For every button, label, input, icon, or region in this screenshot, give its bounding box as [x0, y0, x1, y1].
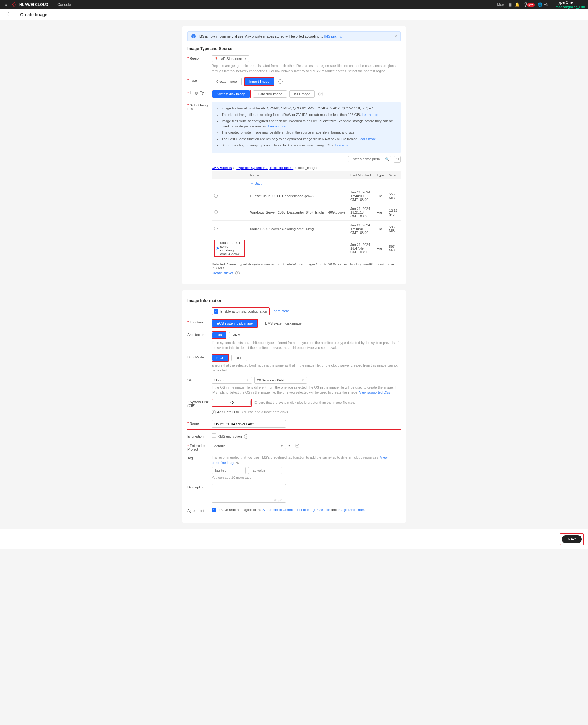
refresh-button[interactable]: ⟲ — [394, 156, 401, 163]
learn-more-link[interactable]: Learn more — [362, 113, 379, 117]
console-link[interactable]: Console — [57, 2, 71, 7]
more-link[interactable]: More — [497, 2, 505, 7]
select-file-label: Select Image File — [187, 102, 212, 111]
name-input[interactable] — [212, 420, 286, 428]
radio-button[interactable] — [214, 210, 218, 214]
kms-encryption-checkbox[interactable] — [212, 433, 216, 438]
commitment-link[interactable]: Statement of Commitment to Image Creatio… — [262, 508, 330, 511]
auto-config-checkbox[interactable]: ✓ — [214, 309, 218, 314]
import-image-button[interactable]: Import Image — [245, 78, 274, 85]
close-icon[interactable]: ✕ — [394, 35, 397, 38]
bms-system-disk-button[interactable]: BMS system disk image — [260, 320, 306, 327]
footer: Next — [0, 529, 588, 549]
agreement-label: Agreement — [187, 508, 212, 512]
ims-pricing-link[interactable]: IMS pricing. — [324, 35, 342, 38]
function-label: Function — [187, 319, 212, 324]
chevron-down-icon: ▼ — [280, 444, 283, 447]
refresh-icon[interactable]: ⟲ — [236, 461, 239, 464]
info-icon: i — [191, 34, 196, 38]
selected-file-summary: Selected: Name: hyperbdr-system-image-do… — [212, 262, 401, 270]
help-icon[interactable]: ? — [278, 79, 282, 84]
ecs-system-disk-button[interactable]: ECS system disk image — [212, 320, 257, 327]
uefi-button[interactable]: UEFI — [231, 355, 247, 361]
increment-button[interactable]: + — [244, 400, 250, 405]
breadcrumb: OBS Buckets› hyperbdr-system-image-do-no… — [212, 166, 401, 169]
system-disk-image-button[interactable]: System disk image — [212, 90, 250, 98]
radio-button[interactable] — [214, 227, 218, 230]
menu-icon[interactable]: ≡ — [3, 2, 9, 7]
tag-value-input[interactable] — [248, 467, 282, 474]
create-bucket-link[interactable]: Create Bucket — [212, 271, 233, 275]
os-version-select[interactable]: 20.04 server 64bit▼ — [254, 377, 307, 384]
search-icon[interactable]: 🔍 — [385, 157, 390, 161]
system-disk-input[interactable] — [220, 400, 244, 405]
back-icon[interactable]: 〈 — [5, 12, 9, 17]
help-icon[interactable]: ? — [235, 271, 240, 275]
main-form: i IMS is now in commercial use. Any priv… — [183, 26, 405, 284]
section-title-image-info: Image Information — [187, 298, 401, 303]
page-header: 〈 | Create Image — [0, 9, 588, 20]
enterprise-project-select[interactable]: default▼ — [212, 443, 286, 449]
tag-key-input[interactable] — [212, 467, 246, 474]
table-row[interactable]: ubuntu-20.04-server-cloudimg-amd64.imgJu… — [212, 220, 401, 237]
encryption-label: Encryption — [187, 433, 212, 438]
file-table: Name Last Modified Type Size ← Back Huaw… — [212, 172, 401, 260]
search-input[interactable] — [348, 156, 391, 162]
help-icon[interactable]: ? — [244, 435, 249, 439]
help-icon[interactable]: ❔new — [524, 2, 535, 7]
region-select[interactable]: 📍AP-Singapore▼ — [212, 55, 249, 62]
image-type-label: Image Type — [187, 89, 212, 95]
system-disk-stepper[interactable]: −+ — [213, 400, 251, 405]
page-title: Create Image — [20, 12, 47, 17]
image-info-form: Image Information ✓Enable automatic conf… — [183, 290, 405, 523]
table-row[interactable]: Windows_Server_2016_Datacenter_64bit_Eng… — [212, 204, 401, 220]
brand-name: HUAWEI CLOUD — [19, 2, 48, 7]
learn-more-link[interactable]: Learn more — [358, 137, 376, 141]
type-label: Type — [187, 77, 212, 82]
add-data-disk-button[interactable]: +Add Data Disk — [212, 410, 239, 414]
iso-image-button[interactable]: ISO image — [289, 90, 315, 98]
system-disk-label: System Disk (GiB) — [187, 399, 212, 407]
learn-more-link[interactable]: Learn more — [272, 309, 289, 313]
view-supported-os-link[interactable]: View supported OSs — [359, 390, 390, 394]
bell-icon[interactable]: 🔔• — [515, 2, 521, 7]
info-banner: i IMS is now in commercial use. Any priv… — [187, 31, 401, 41]
plus-icon: + — [212, 410, 216, 414]
boot-mode-label: Boot Mode — [187, 354, 212, 359]
create-image-button[interactable]: Create Image — [212, 78, 241, 85]
help-icon[interactable]: ? — [295, 444, 299, 448]
chevron-down-icon: ▼ — [244, 57, 247, 60]
agreement-checkbox[interactable]: ✓ — [212, 508, 216, 512]
globe-icon[interactable]: 🌐 EN — [538, 2, 549, 7]
enterprise-project-label: Enterprise Project — [187, 443, 212, 451]
refresh-icon[interactable]: ⟲ — [289, 444, 291, 448]
help-icon[interactable]: ? — [318, 92, 323, 96]
table-row[interactable]: HuaweiCloud_UEFI_GenericImage.qcow2Jun 2… — [212, 188, 401, 204]
decrement-button[interactable]: − — [213, 400, 220, 405]
radio-button[interactable] — [216, 246, 217, 250]
next-button[interactable]: Next — [562, 535, 582, 543]
description-label: Description — [187, 484, 212, 489]
architecture-label: Architecture — [187, 331, 212, 337]
pin-icon: 📍 — [214, 57, 218, 60]
learn-more-link[interactable]: Learn more — [268, 124, 285, 128]
learn-more-link[interactable]: Learn more — [335, 143, 353, 147]
back-link[interactable]: ← Back — [250, 181, 262, 185]
region-label: Region — [187, 55, 212, 60]
description-textarea[interactable]: 0/1,024 — [212, 484, 286, 503]
tag-label: Tag — [187, 455, 212, 460]
disclaimer-link[interactable]: Image Disclaimer. — [338, 508, 365, 511]
x86-button[interactable]: x86 — [212, 332, 226, 338]
user-menu[interactable]: HyperOne maohongming_888 — [552, 0, 585, 9]
radio-button[interactable] — [214, 194, 218, 198]
os-label: OS — [187, 377, 212, 382]
arm-button[interactable]: ARM — [229, 332, 245, 338]
bios-button[interactable]: BIOS — [212, 355, 228, 361]
file-requirements-box: Image file format must be VHD, ZVHD, VMD… — [212, 102, 401, 153]
table-row[interactable]: ubuntu-20.04-server-cloudimg-amd64.qcow2… — [212, 237, 401, 260]
os-family-select[interactable]: Ubuntu▼ — [212, 377, 252, 384]
top-bar: ≡ HUAWEI CLOUD | Console More ▣ 🔔• ❔new … — [0, 0, 588, 9]
terminal-icon[interactable]: ▣ — [508, 2, 512, 7]
section-title-type-source: Image Type and Source — [187, 46, 401, 51]
data-disk-image-button[interactable]: Data disk image — [253, 90, 287, 98]
